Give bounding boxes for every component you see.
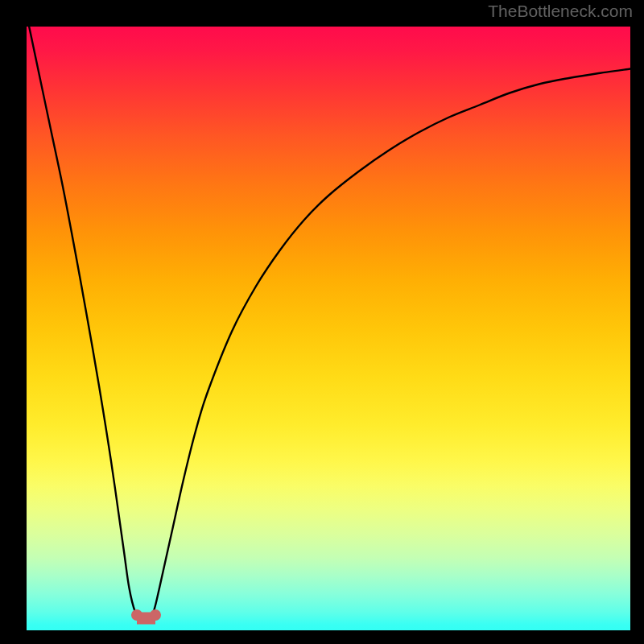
plot-area — [27, 27, 630, 630]
attribution-text: TheBottleneck.com — [488, 2, 633, 21]
minimum-marker-1 — [150, 609, 161, 621]
minimum-marker-0 — [131, 609, 142, 621]
bottleneck-curve — [27, 27, 630, 630]
chart-frame: TheBottleneck.com — [0, 0, 644, 644]
